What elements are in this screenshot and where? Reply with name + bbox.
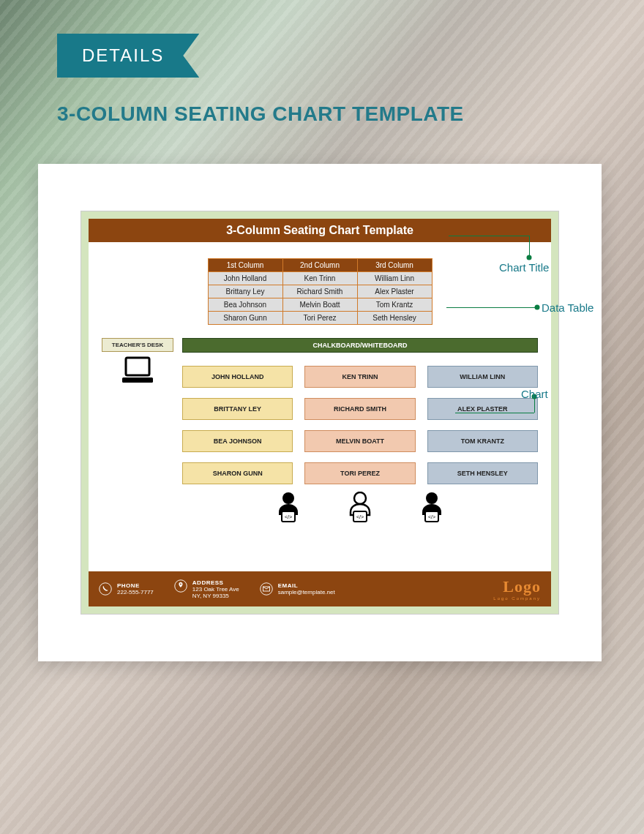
leader-line [449, 236, 529, 236]
leader-line [455, 413, 534, 413]
logo-block: Logo Logo Company [493, 577, 541, 601]
template-title: 3-Column Seating Chart Template [89, 219, 551, 242]
leader-line [446, 307, 537, 308]
page-title: 3-COLUMN SEATING CHART TEMPLATE [57, 102, 464, 126]
table-cell: William Linn [357, 272, 432, 285]
email-label: EMAIL [278, 582, 335, 589]
email-block: EMAIL sample@template.net [260, 582, 335, 596]
table-cell: Ken Trinn [282, 272, 357, 285]
col-header: 2nd Column [282, 259, 357, 272]
mail-icon [260, 582, 273, 596]
svg-rect-0 [126, 358, 149, 375]
svg-point-5 [354, 492, 366, 504]
seat: TOM KRANTZ [427, 430, 538, 452]
phone-block: PHONE 222-555-7777 [99, 582, 154, 596]
seat: JOHN HOLLAND [182, 366, 293, 388]
col-header: 1st Column [208, 259, 282, 272]
table-row: John Holland Ken Trinn William Linn [208, 272, 432, 285]
phone-value: 222-555-7777 [117, 589, 154, 596]
col-header: 3rd Column [357, 259, 432, 272]
svg-text:</>: </> [356, 514, 364, 519]
svg-point-8 [426, 492, 438, 504]
table-cell: Tori Perez [282, 312, 357, 325]
chalkboard: CHALKBOARD/WHITEBOARD [182, 338, 538, 353]
details-ribbon-label: DETAILS [82, 45, 164, 66]
table-cell: Sharon Gunn [208, 312, 282, 325]
data-table: 1st Column 2nd Column 3rd Column John Ho… [208, 258, 433, 325]
template-footer: PHONE 222-555-7777 ADDRESS 123 Oak Tree … [89, 571, 551, 606]
seating-area: CHALKBOARD/WHITEBOARD JOHN HOLLAND KEN T… [182, 338, 538, 524]
table-row: Sharon Gunn Tori Perez Seth Hensley [208, 312, 432, 325]
classroom-layout: TEACHER'S DESK CHALKBOARD/WHITEBOARD JOH… [102, 338, 538, 524]
seat: MELVIN BOATT [304, 430, 415, 452]
student-icon: </> [274, 492, 303, 524]
callout-data-table: Data Table [542, 301, 594, 314]
seat: BRITTANY LEY [182, 398, 293, 420]
table-cell: Richard Smith [282, 285, 357, 298]
student-icon: </> [345, 492, 375, 524]
preview-card: 3-Column Seating Chart Template 1st Colu… [38, 164, 602, 661]
people-row: </> </> [182, 492, 538, 524]
logo-text: Logo [493, 577, 541, 596]
svg-text:</>: </> [428, 514, 435, 519]
email-value: sample@template.net [278, 589, 335, 596]
leader-line [529, 236, 530, 258]
table-header-row: 1st Column 2nd Column 3rd Column [208, 259, 432, 272]
table-row: Bea Johnson Melvin Boatt Tom Krantz [208, 298, 432, 312]
phone-icon [99, 582, 112, 596]
laptop-icon [119, 356, 156, 386]
svg-point-2 [282, 492, 294, 504]
table-cell: Melvin Boatt [282, 298, 357, 312]
table-cell: Tom Krantz [357, 298, 432, 312]
seat: RICHARD SMITH [304, 398, 415, 420]
pin-icon [174, 579, 187, 593]
table-cell: Brittany Ley [208, 285, 282, 298]
table-cell: John Holland [208, 272, 282, 285]
leader-dot [535, 305, 540, 310]
callout-chart: Chart [521, 388, 548, 400]
seat: SHARON GUNN [182, 462, 293, 484]
seat: ALEX PLASTER [427, 398, 538, 420]
seat: SETH HENSLEY [427, 462, 538, 484]
details-ribbon: DETAILS [57, 34, 199, 78]
seat: KEN TRINN [304, 366, 415, 388]
phone-label: PHONE [117, 582, 154, 589]
seat: WILLIAM LINN [427, 366, 538, 388]
address-label: ADDRESS [192, 579, 239, 586]
address-line2: NY, NY 99335 [192, 593, 239, 599]
student-icon: </> [417, 492, 446, 524]
teacher-desk: TEACHER'S DESK [102, 338, 173, 352]
address-block: ADDRESS 123 Oak Tree Ave NY, NY 99335 [174, 579, 239, 599]
table-cell: Seth Hensley [357, 312, 432, 325]
leader-dot [527, 255, 532, 260]
teacher-column: TEACHER'S DESK [102, 338, 173, 524]
seat: TORI PEREZ [304, 462, 415, 484]
address-line1: 123 Oak Tree Ave [192, 586, 239, 593]
table-row: Brittany Ley Richard Smith Alex Plaster [208, 285, 432, 298]
table-cell: Bea Johnson [208, 298, 282, 312]
svg-rect-1 [122, 377, 153, 383]
svg-text:</>: </> [285, 514, 292, 519]
logo-subtext: Logo Company [493, 596, 541, 601]
template-inner: 3-Column Seating Chart Template 1st Colu… [89, 219, 551, 571]
table-cell: Alex Plaster [357, 285, 432, 298]
callout-chart-title: Chart Title [499, 261, 549, 274]
seat: BEA JOHNSON [182, 430, 293, 452]
seat-grid: JOHN HOLLAND KEN TRINN WILLIAM LINN BRIT… [182, 366, 538, 484]
svg-point-11 [100, 583, 112, 596]
